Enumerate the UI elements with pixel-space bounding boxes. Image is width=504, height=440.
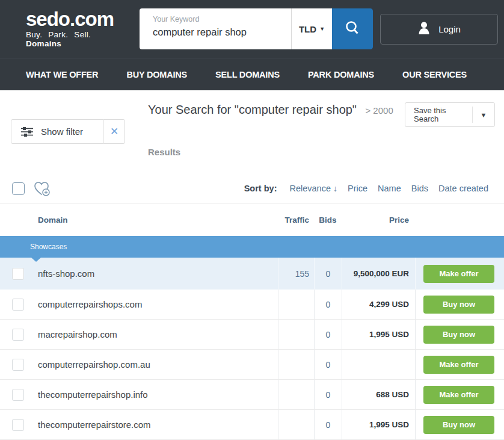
action-cell: Buy now (415, 410, 504, 439)
col-header-domain[interactable]: Domain (30, 215, 278, 225)
table-row: thecomputerrepairshop.info 0 688 USD Mak… (0, 380, 504, 410)
filter-sliders-icon (20, 126, 34, 137)
sort-option-name[interactable]: Name (378, 184, 401, 193)
price-value (342, 350, 415, 379)
col-header-price[interactable]: Price (342, 215, 415, 225)
domain-cell: nfts-shop.com (30, 258, 278, 290)
traffic-value: 155 (278, 258, 314, 290)
col-header-traffic[interactable]: Traffic (278, 215, 314, 225)
user-icon (417, 21, 431, 37)
action-button[interactable]: Make offer (423, 356, 494, 374)
tld-label: TLD (299, 24, 316, 34)
domain-link[interactable]: nfts-shop.com (38, 268, 94, 279)
domain-cell: thecomputerrepairstore.com (30, 410, 278, 439)
keyword-input[interactable]: Your Keyword computer repair shop (140, 8, 291, 49)
login-label: Login (438, 24, 461, 34)
sort-direction-arrow-icon: ↓ (333, 184, 337, 193)
table-row: thecomputerrepairstore.com 0 1,995 USD B… (0, 410, 504, 440)
domain-cell: macrepairshop.com (30, 320, 278, 349)
search-button[interactable] (332, 8, 373, 49)
col-header-bids[interactable]: Bids (314, 215, 342, 225)
tld-dropdown[interactable]: TLD ▼ (291, 8, 332, 49)
sort-option-price[interactable]: Price (348, 184, 367, 193)
logo-tagline: Buy. Park. Sell. Domains (26, 30, 121, 48)
row-checkbox-cell (0, 350, 30, 379)
nav-item-park-domains[interactable]: PARK DOMAINS (308, 70, 374, 79)
action-cell: Make offer (415, 350, 504, 379)
price-value: 688 USD (342, 380, 415, 409)
nav-item-what-we-offer[interactable]: WHAT WE OFFER (26, 70, 98, 79)
sort-row: Sort by: Relevance ↓PriceNameBidsDate cr… (0, 169, 504, 203)
row-checkbox[interactable] (12, 268, 24, 280)
table-body: nfts-shop.com 155 0 9,500,000 EUR Make o… (0, 258, 504, 440)
chevron-down-icon[interactable]: ▼ (473, 111, 494, 119)
add-to-favorites-icon[interactable] (33, 181, 51, 200)
show-filter-button[interactable]: Show filter ✕ (11, 119, 125, 144)
showcases-banner: Showcases (0, 236, 504, 258)
action-cell: Make offer (415, 380, 504, 409)
show-filter-label: Show filter (41, 126, 103, 137)
nav-item-buy-domains[interactable]: BUY DOMAINS (126, 70, 187, 79)
main-nav: WHAT WE OFFERBUY DOMAINSSELL DOMAINSPARK… (0, 58, 504, 90)
close-icon[interactable]: ✕ (104, 125, 124, 138)
search-toolbar: Show filter ✕ Your Search for "computer … (0, 90, 504, 169)
logo-title: sedo.com (26, 10, 121, 28)
row-checkbox-cell (0, 410, 30, 439)
traffic-value (278, 290, 314, 319)
bids-value: 0 (314, 258, 342, 290)
sort-option-bids[interactable]: Bids (411, 184, 428, 193)
search-heading-wrap: Your Search for "computer repair shop" >… (148, 103, 393, 117)
keyword-value: computer repair shop (153, 26, 291, 38)
sedo-logo[interactable]: sedo.com Buy. Park. Sell. Domains (26, 10, 121, 48)
action-cell: Buy now (415, 290, 504, 319)
traffic-value (278, 380, 314, 409)
showcases-notch (31, 258, 41, 262)
traffic-value (278, 350, 314, 379)
bids-value: 0 (314, 290, 342, 319)
save-search-label: Save thisSearch (405, 107, 472, 123)
row-checkbox[interactable] (12, 329, 24, 341)
bids-value: 0 (314, 350, 342, 379)
nav-item-sell-domains[interactable]: SELL DOMAINS (215, 70, 280, 79)
domain-link[interactable]: computerrepairshop.com.au (38, 359, 150, 370)
sort-option-relevance[interactable]: Relevance ↓ (289, 184, 337, 193)
page-title: Your Search for "computer repair shop" (148, 103, 357, 116)
domain-cell: computerrepairshops.com (30, 290, 278, 319)
action-button[interactable]: Make offer (423, 265, 494, 283)
table-row: computerrepairshop.com.au 0 Make offer (0, 350, 504, 380)
row-checkbox[interactable] (12, 359, 24, 371)
price-value: 9,500,000 EUR (342, 258, 415, 290)
showcases-label: Showcases (0, 243, 67, 251)
traffic-value (278, 410, 314, 439)
row-checkbox[interactable] (12, 419, 24, 431)
sort-by-label: Sort by: (244, 184, 277, 193)
select-all-checkbox[interactable] (12, 182, 25, 195)
domain-cell: thecomputerrepairshop.info (30, 380, 278, 409)
bids-value: 0 (314, 380, 342, 409)
action-cell: Make offer (415, 258, 504, 290)
domain-link[interactable]: thecomputerrepairshop.info (38, 389, 148, 400)
domain-search-bar: Your Keyword computer repair shop TLD ▼ (140, 8, 373, 49)
table-row: macrepairshop.com 0 1,995 USD Buy now (0, 320, 504, 350)
row-checkbox-cell (0, 290, 30, 319)
domain-link[interactable]: computerrepairshops.com (38, 299, 142, 309)
result-count: > 2000 (365, 105, 393, 116)
row-checkbox[interactable] (12, 389, 24, 401)
row-checkbox[interactable] (12, 299, 24, 311)
search-icon (343, 19, 361, 39)
action-button[interactable]: Buy now (423, 416, 494, 434)
sort-option-date-created[interactable]: Date created (438, 184, 488, 193)
keyword-label: Your Keyword (153, 15, 291, 23)
save-search-button[interactable]: Save thisSearch ▼ (405, 102, 495, 127)
price-value: 1,995 USD (342, 410, 415, 439)
domain-link[interactable]: macrepairshop.com (38, 329, 117, 339)
login-button[interactable]: Login (380, 14, 498, 45)
action-button[interactable]: Make offer (423, 386, 494, 404)
price-value: 4,299 USD (342, 290, 415, 319)
nav-item-our-services[interactable]: OUR SERVICES (402, 70, 467, 79)
table-row: computerrepairshops.com 0 4,299 USD Buy … (0, 290, 504, 320)
action-button[interactable]: Buy now (423, 326, 494, 344)
domain-link[interactable]: thecomputerrepairstore.com (38, 420, 151, 430)
action-button[interactable]: Buy now (423, 296, 494, 314)
domain-cell: computerrepairshop.com.au (30, 350, 278, 379)
